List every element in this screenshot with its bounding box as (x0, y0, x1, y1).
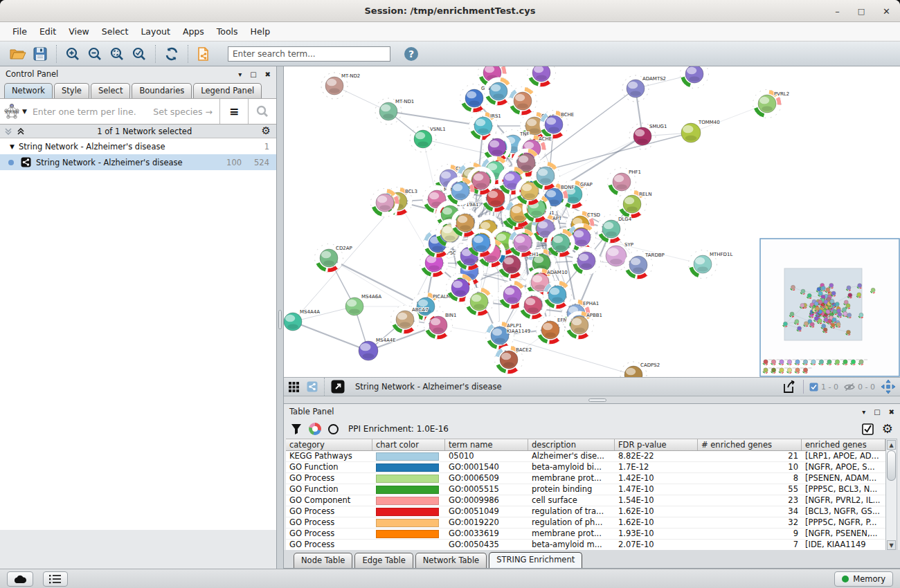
menu-help[interactable]: Help (245, 24, 276, 39)
draw-charts-icon[interactable] (309, 423, 321, 435)
gear-icon[interactable]: ⚙ (262, 126, 271, 136)
table-row[interactable]: GO ProcessGO:0051049regulation of tra...… (286, 506, 885, 517)
network-from-file-button[interactable] (193, 44, 215, 64)
table-scrollbar[interactable]: ▲ ▼ (885, 439, 897, 551)
menu-select[interactable]: Select (96, 24, 134, 39)
birdseye-toggle-icon[interactable] (881, 379, 896, 394)
network-node[interactable]: DLG4 (597, 215, 632, 244)
panel-menu-icon[interactable]: ▾ (862, 408, 865, 416)
panel-menu-icon[interactable]: ▾ (238, 71, 242, 78)
splitter-handle[interactable] (588, 398, 606, 402)
network-node[interactable]: TOMM40 (681, 120, 720, 143)
horizontal-splitter[interactable] (284, 396, 900, 403)
close-panel-icon[interactable]: ✖ (265, 71, 271, 78)
network-collection-row[interactable]: ▼ String Network - Alzheimer's disease 1 (0, 138, 276, 154)
network-node[interactable]: PVRL2 (753, 90, 790, 118)
network-node[interactable]: RELN (618, 190, 652, 219)
scroll-up-icon[interactable]: ▲ (887, 440, 896, 450)
network-node[interactable] (532, 162, 560, 190)
birdseye-panel[interactable] (760, 239, 899, 376)
table-row[interactable]: GO ProcessGO:0033619membrane prot...1.93… (286, 529, 885, 540)
string-source-selector[interactable]: STRING ▼ (0, 102, 30, 121)
network-node[interactable]: ADAMTS2 (622, 75, 666, 102)
column-header-term-name[interactable]: term name (445, 439, 528, 450)
reset-charts-icon[interactable] (328, 424, 339, 434)
table-row[interactable]: KEGG Pathways05010Alzheimer's dise...8.8… (286, 451, 885, 462)
vertical-splitter[interactable] (277, 66, 284, 569)
column-header-category[interactable]: category (286, 439, 372, 450)
table-row[interactable]: GO FunctionGO:0005515protein binding1.47… (286, 484, 885, 495)
task-history-button[interactable] (43, 571, 68, 587)
tab-legend-panel[interactable]: Legend Panel (193, 83, 262, 98)
refresh-button[interactable] (161, 44, 183, 64)
float-panel-icon[interactable]: □ (250, 71, 256, 78)
network-node[interactable]: CD2AP (315, 244, 352, 273)
string-options-menu-icon[interactable]: ≡ (220, 104, 248, 118)
export-network-icon[interactable] (782, 380, 798, 394)
menu-edit[interactable]: Edit (34, 24, 62, 39)
table-row[interactable]: GO FunctionGO:0001540beta-amyloid bi...1… (286, 462, 885, 473)
network-node[interactable] (528, 66, 556, 87)
table-row[interactable]: GO ProcessGO:0050435beta-amyloid m...2.0… (286, 540, 885, 551)
select-all-checkbox-icon[interactable] (862, 423, 874, 435)
network-node[interactable] (509, 87, 537, 116)
table-row[interactable]: GO ProcessGO:0006509membrane prot...1.42… (286, 473, 885, 484)
network-node[interactable]: MS4A4E (359, 338, 396, 360)
network-node[interactable] (681, 66, 709, 89)
cloud-button[interactable] (7, 571, 33, 587)
grid-view-button[interactable] (284, 376, 303, 397)
splitter-handle[interactable] (278, 310, 282, 329)
string-query-input[interactable] (30, 107, 153, 117)
set-species-hint[interactable]: Set species → (153, 107, 219, 117)
expand-all-icon[interactable] (17, 127, 28, 136)
float-panel-icon[interactable]: □ (874, 408, 880, 416)
column-header--enriched-genes[interactable]: # enriched genes (698, 439, 802, 450)
zoom-in-button[interactable] (62, 44, 84, 64)
tab-string-enrichment[interactable]: STRING Enrichment (489, 552, 582, 568)
tab-network-table[interactable]: Network Table (415, 553, 487, 568)
zoom-selected-button[interactable] (128, 44, 150, 64)
network-node[interactable]: TARDBP (624, 251, 665, 279)
search-input[interactable] (228, 46, 390, 62)
network-node[interactable]: BACE2 (495, 346, 532, 374)
maximize-button[interactable]: □ (858, 7, 865, 16)
open-session-button[interactable] (7, 44, 29, 64)
network-canvas[interactable]: MT-ND2MT-ND1VSNL1GAB2IRS1CHATBCHETNFACHE… (284, 66, 900, 377)
network-node[interactable]: BCHE (540, 111, 575, 139)
column-header-FDR-p-value[interactable]: FDR p-value (615, 439, 698, 450)
tree-expand-icon[interactable]: ▼ (10, 143, 15, 150)
menu-apps[interactable]: Apps (177, 24, 210, 39)
network-node[interactable]: BIN1 (424, 311, 457, 340)
tab-style[interactable]: Style (54, 83, 89, 98)
memory-button[interactable]: Memory (834, 571, 893, 587)
table-row[interactable]: GO ComponentGO:0009986cell surface1.54E-… (286, 495, 885, 506)
string-view-button[interactable] (303, 376, 321, 397)
string-search-button[interactable] (249, 104, 276, 118)
zoom-fit-button[interactable] (106, 44, 128, 64)
menu-tools[interactable]: Tools (211, 24, 244, 39)
network-node[interactable]: VSNL1 (410, 126, 446, 152)
title-bar[interactable]: Session: /tmp/enrichmentTest.cys – □ ✕ (0, 0, 900, 22)
network-node[interactable]: CADPS2 (620, 362, 660, 377)
minimize-button[interactable]: – (835, 6, 840, 17)
gear-icon[interactable]: ⚙ (882, 423, 893, 435)
save-session-button[interactable] (29, 44, 51, 64)
column-header-description[interactable]: description (528, 439, 615, 450)
menu-layout[interactable]: Layout (135, 24, 176, 39)
network-row-selected[interactable]: String Network - Alzheimer's disease 100… (0, 154, 276, 170)
network-node[interactable]: APBB1 (566, 311, 603, 340)
table-row[interactable]: GO ProcessGO:0019220regulation of ph...1… (286, 517, 885, 529)
network-node[interactable]: SMUG1 (629, 123, 667, 149)
tab-boundaries[interactable]: Boundaries (132, 83, 192, 98)
tab-edge-table[interactable]: Edge Table (354, 553, 413, 568)
network-node[interactable]: MS4A6A (345, 294, 381, 315)
menu-view[interactable]: View (63, 24, 95, 39)
close-panel-icon[interactable]: ✖ (889, 408, 894, 416)
help-button[interactable]: ? (400, 44, 422, 64)
menu-file[interactable]: File (7, 24, 33, 39)
tab-network[interactable]: Network (4, 83, 53, 98)
column-header-enriched-genes[interactable]: enriched genes (802, 439, 885, 450)
tab-node-table[interactable]: Node Table (294, 553, 352, 568)
network-node[interactable]: MT-ND1 (375, 98, 414, 125)
collapse-all-icon[interactable] (4, 127, 15, 136)
